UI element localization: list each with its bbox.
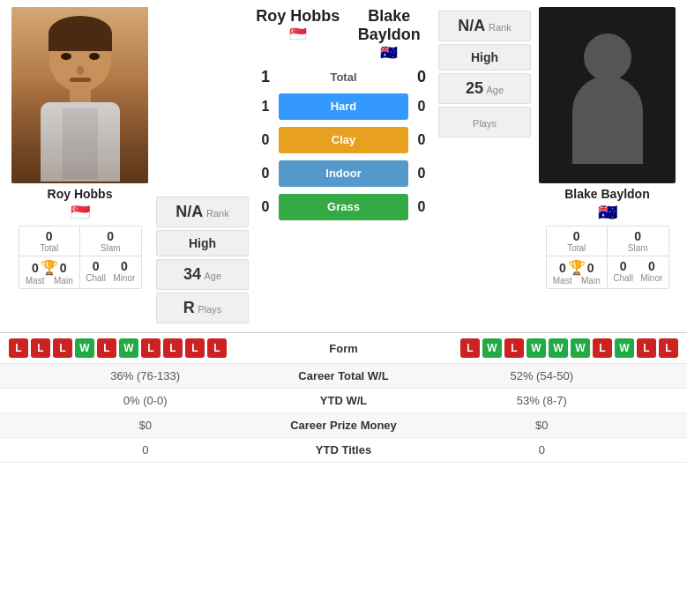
form-row: LLLWLWLLLL Form LWLWWWLWLL: [0, 333, 687, 364]
left-age-box: 34 Age: [156, 259, 249, 290]
indoor-row: 0 Indoor 0: [252, 159, 435, 189]
ytd-titles-row: 0 YTD Titles 0: [0, 438, 687, 463]
right-chall-cell: 0 Chall 0 Minor: [608, 256, 668, 288]
left-slam-cell: 0 Slam: [80, 226, 141, 256]
left-prize: $0: [9, 419, 282, 432]
right-rank-box: N/A Rank: [438, 11, 531, 41]
indoor-score-right: 0: [408, 166, 435, 182]
form-badge-w: W: [119, 338, 138, 358]
left-form-badges: LLLWLWLLLL: [9, 338, 282, 358]
indoor-button[interactable]: Indoor: [279, 160, 408, 187]
left-mini-grid: 0 Total 0 Slam 0 🏆 0 Mast Main: [19, 226, 142, 289]
right-trophy-icon: 🏆: [568, 259, 586, 276]
indoor-score-left: 0: [252, 166, 279, 182]
hard-button[interactable]: Hard: [279, 93, 408, 120]
form-badge-w: W: [571, 338, 590, 358]
bottom-section: LLLWLWLLLL Form LWLWWWLWLL 36% (76-133) …: [0, 332, 687, 463]
center-right-name-block: Blake Bayldon 🇦🇺: [344, 7, 436, 61]
form-label: Form: [282, 342, 406, 355]
form-badge-l: L: [504, 338, 524, 358]
form-badge-w: W: [615, 338, 634, 358]
right-silhouette: [568, 25, 647, 166]
left-ytd-wl: 0% (0-0): [9, 394, 282, 407]
right-mast-cell: 0 🏆 0 Mast Main: [547, 256, 608, 288]
left-player-name: Roy Hobbs: [48, 187, 113, 201]
prize-row: $0 Career Prize Money $0: [0, 413, 687, 438]
form-badge-w: W: [549, 338, 568, 358]
form-badge-w: W: [482, 338, 502, 358]
total-score-right: 0: [408, 68, 435, 86]
silhouette-head: [584, 33, 631, 81]
left-player-flag: 🇸🇬: [71, 203, 90, 222]
form-badge-l: L: [53, 338, 72, 358]
right-player-col: Blake Bayldon 🇦🇺 0 Total 0 Slam 0 🏆 0: [534, 7, 680, 289]
left-plays-box: R Plays: [156, 293, 249, 323]
center-right-name: Blake Bayldon: [344, 7, 436, 44]
hard-score-left: 1: [252, 99, 279, 115]
total-score-left: 1: [252, 68, 279, 86]
total-score-row: 1 Total 0: [252, 68, 435, 86]
career-wl-label: Career Total W/L: [282, 369, 406, 382]
center-left-name: Roy Hobbs: [252, 7, 344, 26]
ytd-wl-row: 0% (0-0) YTD W/L 53% (8-7): [0, 389, 687, 413]
grass-score-left: 0: [252, 199, 279, 215]
left-trophy-icon: 🏆: [41, 259, 58, 276]
left-total-cell: 0 Total: [19, 226, 80, 256]
form-badge-l: L: [593, 338, 612, 358]
left-mast-cell: 0 🏆 0 Mast Main: [19, 256, 80, 288]
center-right-flag: 🇦🇺: [344, 44, 436, 61]
hard-score-right: 0: [408, 99, 435, 115]
form-badge-l: L: [163, 338, 183, 358]
left-career-wl: 36% (76-133): [9, 369, 282, 382]
form-badge-l: L: [9, 338, 28, 358]
right-slam-cell: 0 Slam: [608, 226, 668, 256]
form-badge-l: L: [141, 338, 161, 358]
right-plays-box: Plays: [438, 107, 531, 137]
right-total-cell: 0 Total: [547, 226, 608, 256]
right-age-box: 25 Age: [438, 73, 531, 104]
career-wl-row: 36% (76-133) Career Total W/L 52% (54-50…: [0, 364, 687, 389]
form-badge-w: W: [526, 338, 546, 358]
center-names-row: Roy Hobbs 🇸🇬 Blake Bayldon 🇦🇺: [252, 7, 435, 61]
main-container: Roy Hobbs 🇸🇬 0 Total 0 Slam 0 🏆 0: [0, 0, 687, 463]
right-mini-grid: 0 Total 0 Slam 0 🏆 0 Mast Main: [546, 226, 669, 289]
form-badge-l: L: [659, 338, 678, 358]
right-stats-col: N/A Rank High 25 Age Plays: [438, 7, 531, 137]
right-player-flag: 🇦🇺: [598, 203, 617, 222]
clay-score-left: 0: [252, 132, 279, 148]
left-ytd-titles: 0: [9, 443, 282, 456]
prize-label: Career Prize Money: [282, 419, 406, 432]
clay-button[interactable]: Clay: [279, 127, 408, 153]
hard-row: 1 Hard 0: [252, 92, 435, 122]
form-badge-w: W: [75, 338, 94, 358]
grass-score-right: 0: [408, 199, 435, 215]
right-form-badges: LWLWWWLWLL: [406, 338, 679, 358]
right-career-wl: 52% (54-50): [406, 369, 679, 382]
top-row: Roy Hobbs 🇸🇬 0 Total 0 Slam 0 🏆 0: [0, 0, 687, 327]
clay-score-right: 0: [408, 132, 435, 148]
ytd-wl-label: YTD W/L: [282, 394, 406, 407]
form-badge-l: L: [460, 338, 480, 358]
form-badge-l: L: [31, 338, 50, 358]
silhouette-body: [572, 76, 643, 164]
right-high-box: High: [438, 44, 531, 71]
left-high-box: High: [156, 230, 249, 256]
center-col: Roy Hobbs 🇸🇬 Blake Bayldon 🇦🇺 1 Total 0 …: [252, 7, 435, 226]
right-player-photo: [539, 7, 676, 183]
grass-button[interactable]: Grass: [279, 194, 408, 220]
ytd-titles-label: YTD Titles: [282, 443, 406, 456]
form-badge-l: L: [637, 338, 656, 358]
grass-row: 0 Grass 0: [252, 192, 435, 222]
left-stats-col: N/A Rank High 34 Age R Plays: [156, 7, 249, 323]
left-chall-cell: 0 Chall 0 Minor: [80, 256, 141, 288]
form-badge-l: L: [185, 338, 205, 358]
clay-row: 0 Clay 0: [252, 125, 435, 155]
left-rank-box: N/A Rank: [156, 197, 249, 227]
right-ytd-wl: 53% (8-7): [406, 394, 679, 407]
center-left-flag: 🇸🇬: [252, 26, 344, 42]
center-left-name-block: Roy Hobbs 🇸🇬: [252, 7, 344, 42]
right-player-name: Blake Bayldon: [564, 187, 649, 201]
form-badge-l: L: [97, 338, 116, 358]
left-player-col: Roy Hobbs 🇸🇬 0 Total 0 Slam 0 🏆 0: [7, 7, 153, 289]
total-label: Total: [279, 71, 408, 84]
